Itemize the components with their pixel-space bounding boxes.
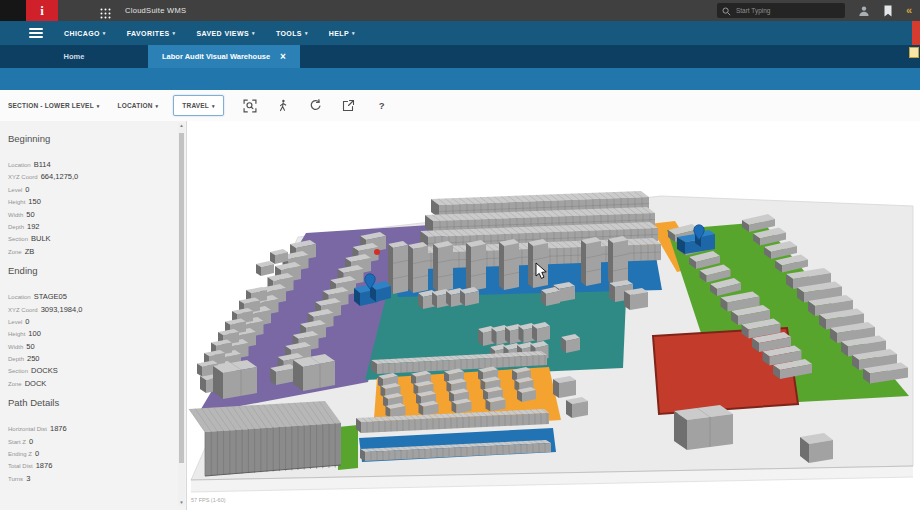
- field-value: BULK: [31, 234, 51, 243]
- export-icon[interactable]: [342, 99, 356, 113]
- menu-chicago[interactable]: CHICAGO: [64, 30, 106, 37]
- field-row: Height150: [8, 193, 174, 205]
- field-label: Turns: [8, 476, 23, 482]
- field-label: Section: [8, 236, 28, 242]
- field-value: DOCK: [25, 379, 47, 388]
- field-value: 664,1275,0: [41, 172, 79, 181]
- field-label: Height: [8, 331, 25, 337]
- field-label: Total Dist: [8, 463, 33, 469]
- field-label: Section: [8, 368, 28, 374]
- field-row: Total Dist1876: [8, 457, 174, 469]
- field-value: ZB: [25, 247, 35, 256]
- logo-letter: i: [40, 3, 44, 19]
- view-toolbar: SECTION - LOWER LEVEL LOCATION TRAVEL: [0, 90, 920, 122]
- field-row: Turns3: [8, 470, 174, 482]
- field-value: 100: [28, 329, 41, 338]
- section-title: Beginning: [8, 133, 174, 144]
- field-value: STAGE05: [34, 292, 67, 301]
- menu-bar: CHICAGO FAVORITES SAVED VIEWS TOOLS HELP: [0, 21, 920, 45]
- chevron-down-icon: [97, 103, 100, 109]
- user-icon[interactable]: [858, 5, 870, 17]
- field-label: Location: [8, 162, 31, 168]
- field-label: Height: [8, 199, 25, 205]
- scroll-up-icon[interactable]: [178, 124, 185, 129]
- menu-label: HELP: [329, 30, 349, 37]
- menu-label: CHICAGO: [64, 30, 100, 37]
- help-icon[interactable]: [375, 99, 389, 113]
- field-row: SectionDOCKS: [8, 362, 174, 374]
- panel-scrollbar[interactable]: [178, 123, 185, 506]
- field-row: SectionBULK: [8, 230, 174, 242]
- field-row: ZoneZB: [8, 243, 174, 255]
- app-grid-icon[interactable]: [100, 5, 111, 16]
- refresh-icon[interactable]: [309, 99, 323, 113]
- field-row: Depth250: [8, 350, 174, 362]
- field-label: XYZ Coord: [8, 307, 38, 313]
- field-label: Horizontal Dist: [8, 426, 47, 432]
- edge-alert-strip: [912, 21, 920, 45]
- chevron-down-icon: [173, 30, 176, 36]
- field-row: Level0: [8, 181, 174, 193]
- section-dropdown[interactable]: SECTION - LOWER LEVEL: [8, 102, 100, 109]
- tab-home[interactable]: Home: [30, 45, 118, 68]
- close-tab-icon[interactable]: [280, 52, 286, 62]
- menu-label: TOOLS: [276, 30, 302, 37]
- panel-section: Path DetailsHorizontal Dist1876Start Z0E…: [8, 397, 174, 482]
- menu-tools[interactable]: TOOLS: [276, 30, 308, 37]
- chevron-down-icon: [103, 30, 106, 36]
- field-label: Start Z: [8, 439, 26, 445]
- path-details-panel: BeginningLocationB114XYZ Coord664,1275,0…: [0, 121, 187, 510]
- field-label: Depth: [8, 224, 24, 230]
- zoom-fit-icon[interactable]: [243, 99, 257, 113]
- walk-icon[interactable]: [276, 99, 290, 113]
- hamburger-menu-icon[interactable]: [29, 28, 43, 38]
- chevron-down-icon: [305, 30, 308, 36]
- field-row: ZoneDOCK: [8, 375, 174, 387]
- field-row: Width50: [8, 206, 174, 218]
- field-label: Level: [8, 319, 22, 325]
- tab-label: Home: [64, 52, 85, 61]
- menu-saved-views[interactable]: SAVED VIEWS: [196, 30, 254, 37]
- note-icon[interactable]: [909, 47, 919, 58]
- window-edge: [0, 0, 26, 21]
- search-input[interactable]: Start Typing: [717, 3, 845, 18]
- field-value: 150: [28, 197, 41, 206]
- travel-dropdown[interactable]: TRAVEL: [173, 95, 223, 116]
- field-row: XYZ Coord3093,1984,0: [8, 301, 174, 313]
- field-value: 3093,1984,0: [41, 305, 83, 314]
- scroll-down-icon[interactable]: [178, 501, 185, 506]
- infor-logo[interactable]: i: [26, 0, 58, 21]
- field-row: Height100: [8, 325, 174, 337]
- panel-section: BeginningLocationB114XYZ Coord664,1275,0…: [8, 133, 174, 255]
- warehouse-3d-view[interactable]: [187, 121, 920, 515]
- dock-building: [189, 401, 341, 476]
- field-row: Ending Z0: [8, 445, 174, 457]
- field-label: Width: [8, 212, 23, 218]
- tab-labor-audit-visual-warehouse[interactable]: Labor Audit Visual Warehouse: [148, 45, 300, 68]
- field-row: Width50: [8, 338, 174, 350]
- chevron-down-icon: [252, 30, 255, 36]
- field-row: Horizontal Dist1876: [8, 420, 174, 432]
- menu-help[interactable]: HELP: [329, 30, 355, 37]
- location-dropdown[interactable]: LOCATION: [118, 102, 159, 109]
- bookmark-icon[interactable]: [883, 5, 893, 17]
- menu-favorites[interactable]: FAVORITES: [127, 30, 176, 37]
- section-title: Path Details: [8, 397, 174, 408]
- warehouse-3d-viewport[interactable]: 57 FPS (1-60): [187, 121, 920, 515]
- menu-label: FAVORITES: [127, 30, 170, 37]
- field-value: 3: [26, 474, 30, 483]
- field-label: Zone: [8, 381, 22, 387]
- scrollbar-thumb[interactable]: [179, 133, 184, 463]
- top-bar: i CloudSuite WMS Start Typing «: [0, 0, 920, 21]
- field-label: Level: [8, 187, 22, 193]
- field-label: Zone: [8, 249, 22, 255]
- collapse-panel-icon[interactable]: «: [906, 5, 912, 16]
- field-row: XYZ Coord664,1275,0: [8, 168, 174, 180]
- panel-content: BeginningLocationB114XYZ Coord664,1275,0…: [8, 123, 174, 482]
- field-row: LocationSTAGE05: [8, 288, 174, 300]
- tab-bar: Home Labor Audit Visual Warehouse: [0, 45, 920, 68]
- search-icon: [722, 2, 731, 20]
- search-placeholder: Start Typing: [736, 7, 771, 14]
- chevron-down-icon: [352, 30, 355, 36]
- fps-counter: 57 FPS (1-60): [191, 497, 226, 503]
